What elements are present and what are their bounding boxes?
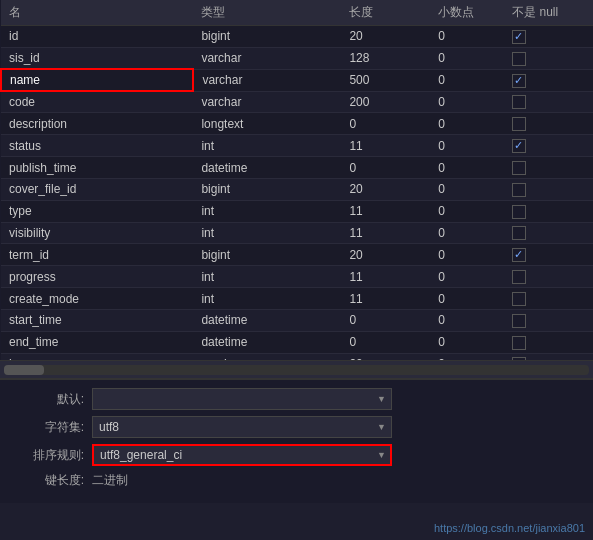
not-null-checkbox[interactable]: [512, 117, 526, 131]
collation-select-wrapper[interactable]: utf8_general_ci utf8_unicode_ci utf8_bin: [92, 444, 392, 466]
cell-name: type: [1, 200, 193, 222]
cell-decimal: 0: [430, 353, 504, 360]
charset-select[interactable]: utf8 utf8mb4 latin1: [92, 416, 392, 438]
cell-length: 128: [341, 47, 430, 69]
cell-not-null[interactable]: [504, 157, 593, 179]
cell-not-null[interactable]: [504, 91, 593, 113]
table-row[interactable]: end_timedatetime00: [1, 331, 593, 353]
cell-name: sis_id: [1, 47, 193, 69]
table-row[interactable]: term_idbigint200: [1, 244, 593, 266]
charset-label: 字符集:: [12, 419, 92, 436]
cell-not-null[interactable]: [504, 26, 593, 48]
cell-length: 20: [341, 244, 430, 266]
cell-name: publish_time: [1, 157, 193, 179]
cell-decimal: 0: [430, 178, 504, 200]
cell-not-null[interactable]: [504, 135, 593, 157]
cell-not-null[interactable]: [504, 47, 593, 69]
header-not-null: 不是 null: [504, 0, 593, 26]
cell-decimal: 0: [430, 222, 504, 244]
not-null-checkbox[interactable]: [512, 314, 526, 328]
cell-name: term_id: [1, 244, 193, 266]
horizontal-scrollbar[interactable]: [0, 360, 593, 378]
not-null-checkbox[interactable]: [512, 183, 526, 197]
cell-length: 11: [341, 288, 430, 310]
cell-type: datetime: [193, 309, 341, 331]
table-row[interactable]: progressint110: [1, 266, 593, 288]
table-row[interactable]: statusint110: [1, 135, 593, 157]
header-decimal: 小数点: [430, 0, 504, 26]
table-row[interactable]: publish_timedatetime00: [1, 157, 593, 179]
cell-not-null[interactable]: [504, 309, 593, 331]
cell-type: int: [193, 135, 341, 157]
table-row[interactable]: idbigint200: [1, 26, 593, 48]
table-row[interactable]: typeint110: [1, 200, 593, 222]
not-null-checkbox[interactable]: [512, 270, 526, 284]
collation-select[interactable]: utf8_general_ci utf8_unicode_ci utf8_bin: [92, 444, 392, 466]
cell-not-null[interactable]: [504, 69, 593, 91]
table-row[interactable]: visibilityint110: [1, 222, 593, 244]
cell-name: end_time: [1, 331, 193, 353]
cell-name: cover_file_id: [1, 178, 193, 200]
not-null-checkbox[interactable]: [512, 139, 526, 153]
not-null-checkbox[interactable]: [512, 292, 526, 306]
cell-decimal: 0: [430, 157, 504, 179]
cell-not-null[interactable]: [504, 113, 593, 135]
table-row[interactable]: homepagevarchar200: [1, 353, 593, 360]
cell-decimal: 0: [430, 135, 504, 157]
table-row[interactable]: start_timedatetime00: [1, 309, 593, 331]
not-null-checkbox[interactable]: [512, 161, 526, 175]
not-null-checkbox[interactable]: [512, 95, 526, 109]
cell-name: name: [1, 69, 193, 91]
cell-not-null[interactable]: [504, 200, 593, 222]
not-null-checkbox[interactable]: [512, 357, 526, 360]
header-name: 名: [1, 0, 193, 26]
collation-row: 排序规则: utf8_general_ci utf8_unicode_ci ut…: [12, 444, 581, 466]
cell-decimal: 0: [430, 288, 504, 310]
cell-type: varchar: [193, 91, 341, 113]
default-select-wrapper[interactable]: [92, 388, 392, 410]
cell-type: int: [193, 288, 341, 310]
cell-name: code: [1, 91, 193, 113]
not-null-checkbox[interactable]: [512, 30, 526, 44]
cell-not-null[interactable]: [504, 222, 593, 244]
cell-type: bigint: [193, 178, 341, 200]
not-null-checkbox[interactable]: [512, 52, 526, 66]
cell-type: datetime: [193, 331, 341, 353]
cell-decimal: 0: [430, 91, 504, 113]
cell-type: datetime: [193, 157, 341, 179]
cell-length: 20: [341, 26, 430, 48]
cell-not-null[interactable]: [504, 353, 593, 360]
scroll-thumb[interactable]: [4, 365, 44, 375]
scroll-track[interactable]: [4, 365, 589, 375]
cell-decimal: 0: [430, 266, 504, 288]
cell-decimal: 0: [430, 47, 504, 69]
not-null-checkbox[interactable]: [512, 248, 526, 262]
cell-not-null[interactable]: [504, 244, 593, 266]
cell-length: 11: [341, 200, 430, 222]
table-row[interactable]: descriptionlongtext00: [1, 113, 593, 135]
cell-not-null[interactable]: [504, 288, 593, 310]
charset-select-wrapper[interactable]: utf8 utf8mb4 latin1: [92, 416, 392, 438]
default-select[interactable]: [92, 388, 392, 410]
table-row[interactable]: cover_file_idbigint200: [1, 178, 593, 200]
collation-label: 排序规则:: [12, 447, 92, 464]
cell-type: varchar: [193, 47, 341, 69]
not-null-checkbox[interactable]: [512, 74, 526, 88]
cell-not-null[interactable]: [504, 178, 593, 200]
cell-not-null[interactable]: [504, 331, 593, 353]
cell-name: homepage: [1, 353, 193, 360]
cell-type: varchar: [193, 353, 341, 360]
table-row[interactable]: sis_idvarchar1280: [1, 47, 593, 69]
cell-length: 0: [341, 309, 430, 331]
table-row[interactable]: codevarchar2000: [1, 91, 593, 113]
cell-name: status: [1, 135, 193, 157]
table-row[interactable]: namevarchar5000: [1, 69, 593, 91]
not-null-checkbox[interactable]: [512, 226, 526, 240]
cell-not-null[interactable]: [504, 266, 593, 288]
columns-table-container[interactable]: 名 类型 长度 小数点 不是 null idbigint200sis_idvar…: [0, 0, 593, 360]
columns-table: 名 类型 长度 小数点 不是 null idbigint200sis_idvar…: [0, 0, 593, 360]
not-null-checkbox[interactable]: [512, 205, 526, 219]
table-row[interactable]: create_modeint110: [1, 288, 593, 310]
cell-length: 200: [341, 91, 430, 113]
not-null-checkbox[interactable]: [512, 336, 526, 350]
